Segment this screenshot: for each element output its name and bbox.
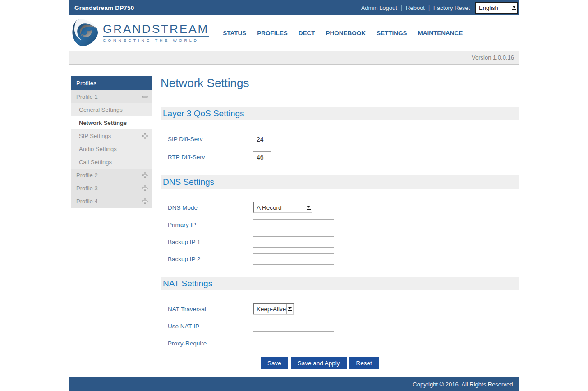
sidebar-item-label: Network Settings (79, 120, 127, 126)
plus-icon[interactable] (142, 198, 148, 204)
save-button[interactable]: Save (261, 357, 288, 369)
field-label: Backup IP 2 (161, 256, 253, 262)
field-label: DNS Mode (161, 204, 253, 211)
use-nat-ip-input[interactable] (253, 321, 334, 332)
sidebar-item-general-settings[interactable]: General Settings (71, 103, 152, 116)
content: Profiles Profile 1 General Settings Netw… (69, 65, 519, 369)
form-row-dns-mode: DNS Mode A Record (161, 202, 519, 213)
nat-traversal-select[interactable]: Keep-Alive (253, 303, 294, 315)
grandstream-logo-icon (72, 18, 98, 47)
sidebar-item-profile-3[interactable]: Profile 3 (71, 182, 152, 195)
nav-dect[interactable]: DECT (299, 30, 315, 37)
sidebar-item-label: Call Settings (79, 159, 112, 166)
header: GRANDSTREAM CONNECTING THE WORLD STATUS … (69, 15, 519, 51)
form-row-rtp-diffserv: RTP Diff-Serv (161, 151, 519, 163)
top-bar: Grandstream DP750 Admin Logout | Reboot … (69, 0, 519, 15)
grandstream-logo[interactable]: GRANDSTREAM CONNECTING THE WORLD (72, 18, 209, 47)
sidebar-item-sip-settings[interactable]: SIP Settings (71, 129, 152, 143)
form-row-proxy-require: Proxy-Require (161, 338, 519, 349)
chevron-down-icon[interactable] (510, 3, 517, 13)
field-label: RTP Diff-Serv (161, 154, 253, 161)
sidebar: Profiles Profile 1 General Settings Netw… (71, 76, 152, 369)
sidebar-item-profile-4[interactable]: Profile 4 (71, 195, 152, 208)
page-container: Grandstream DP750 Admin Logout | Reboot … (69, 0, 519, 391)
version-bar: Version 1.0.0.16 (69, 51, 519, 65)
copyright-text: Copyright © 2016. All Rights Reserved. (413, 381, 514, 388)
device-title: Grandstream DP750 (74, 5, 134, 11)
sidebar-item-label: Audio Settings (79, 146, 117, 152)
separator: | (428, 5, 430, 11)
dns-mode-selected-value: A Record (257, 204, 282, 211)
language-selected-value: English (479, 5, 498, 11)
logo-tagline: CONNECTING THE WORLD (103, 38, 209, 43)
primary-ip-input[interactable] (253, 219, 334, 230)
section-header-nat: NAT Settings (161, 277, 519, 290)
field-label: Primary IP (161, 221, 253, 228)
field-label: NAT Traversal (161, 306, 253, 313)
form-row-sip-diffserv: SIP Diff-Serv (161, 133, 519, 145)
reboot-link[interactable]: Reboot (406, 5, 425, 11)
form-row-use-nat-ip: Use NAT IP (161, 321, 519, 332)
factory-reset-link[interactable]: Factory Reset (433, 5, 470, 11)
form-row-backup-ip-2: Backup IP 2 (161, 253, 519, 265)
sidebar-item-label: General Settings (79, 106, 123, 113)
backup-ip-2-input[interactable] (253, 253, 334, 265)
backup-ip-1-input[interactable] (253, 236, 334, 248)
field-label: Backup IP 1 (161, 239, 253, 245)
sidebar-item-label: Profile 4 (76, 198, 98, 205)
plus-icon[interactable] (142, 133, 148, 139)
sidebar-item-label: Profile 2 (76, 172, 98, 179)
sidebar-item-profile-2[interactable]: Profile 2 (71, 169, 152, 182)
reset-button[interactable]: Reset (349, 357, 379, 369)
footer: Copyright © 2016. All Rights Reserved. (69, 377, 519, 391)
nav-settings[interactable]: SETTINGS (377, 30, 407, 37)
sidebar-item-label: Profile 1 (76, 93, 98, 100)
button-row: Save Save and Apply Reset (161, 357, 519, 369)
sidebar-item-label: Profile 3 (76, 185, 98, 192)
title-divider (161, 96, 519, 96)
plus-icon[interactable] (142, 185, 148, 191)
sidebar-item-profile-1[interactable]: Profile 1 (71, 90, 152, 103)
main-nav: STATUS PROFILES DECT PHONEBOOK SETTINGS … (223, 30, 473, 37)
sidebar-item-network-settings[interactable]: Network Settings (71, 116, 152, 129)
logo-wordmark: GRANDSTREAM (103, 23, 209, 37)
page-title: Network Settings (161, 76, 519, 90)
proxy-require-input[interactable] (253, 338, 334, 349)
nav-maintenance[interactable]: MAINTENANCE (418, 30, 463, 37)
nav-profiles[interactable]: PROFILES (257, 30, 288, 37)
section-header-layer3-qos: Layer 3 QoS Settings (161, 107, 519, 120)
rtp-diffserv-input[interactable] (253, 151, 271, 163)
logo-text: GRANDSTREAM CONNECTING THE WORLD (103, 23, 209, 43)
field-label: SIP Diff-Serv (161, 136, 253, 143)
field-label: Proxy-Require (161, 340, 253, 347)
admin-logout-link[interactable]: Admin Logout (361, 5, 397, 11)
plus-icon[interactable] (142, 172, 148, 178)
field-label: Use NAT IP (161, 323, 253, 330)
save-and-apply-button[interactable]: Save and Apply (291, 357, 347, 369)
sidebar-item-audio-settings[interactable]: Audio Settings (71, 143, 152, 156)
nav-phonebook[interactable]: PHONEBOOK (326, 30, 366, 37)
minus-icon[interactable] (142, 94, 148, 100)
firmware-version: Version 1.0.0.16 (472, 54, 514, 61)
chevron-down-icon[interactable] (305, 202, 312, 212)
chevron-down-icon[interactable] (286, 304, 293, 314)
sidebar-item-label: SIP Settings (79, 133, 111, 139)
separator: | (401, 5, 402, 11)
form-row-nat-traversal: NAT Traversal Keep-Alive (161, 303, 519, 315)
dns-mode-select[interactable]: A Record (253, 202, 312, 213)
nat-traversal-selected-value: Keep-Alive (257, 306, 286, 313)
sip-diffserv-input[interactable] (253, 133, 271, 145)
main-panel: Network Settings Layer 3 QoS Settings SI… (161, 76, 519, 369)
section-header-dns: DNS Settings (161, 175, 519, 189)
form-row-backup-ip-1: Backup IP 1 (161, 236, 519, 248)
top-bar-actions: Admin Logout | Reboot | Factory Reset En… (361, 2, 518, 14)
language-select[interactable]: English (475, 2, 518, 14)
nav-status[interactable]: STATUS (223, 30, 246, 37)
form-row-primary-ip: Primary IP (161, 219, 519, 230)
sidebar-item-call-settings[interactable]: Call Settings (71, 156, 152, 169)
sidebar-header-profiles: Profiles (71, 76, 152, 90)
